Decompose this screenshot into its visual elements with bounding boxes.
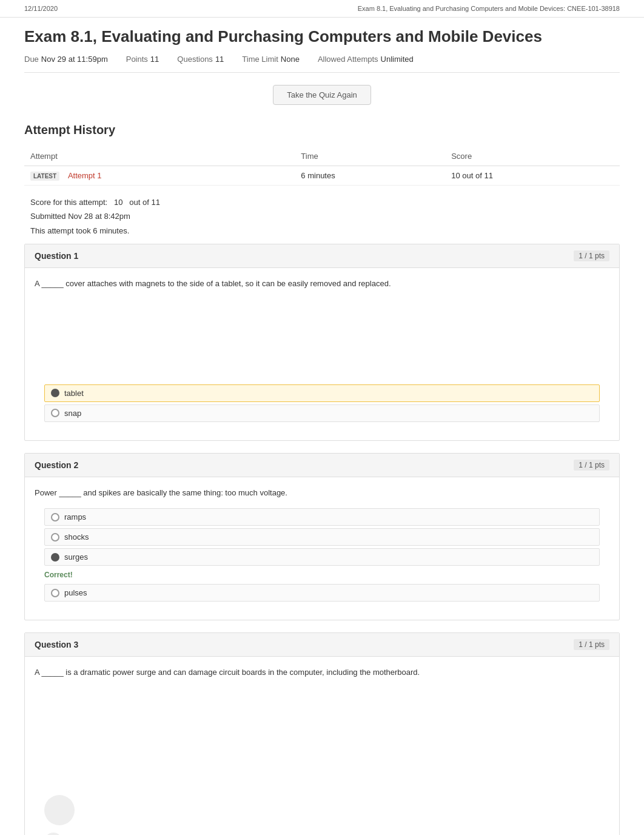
- table-row: LATEST Attempt 1 6 minutes 10 out of 11: [24, 166, 620, 186]
- answer-option-correct: surges: [44, 548, 600, 566]
- question-2-answers: ramps shocks surges Correct!: [35, 508, 609, 614]
- question-3-text: A _____ is a dramatic power surge and ca…: [35, 666, 609, 679]
- correct-feedback: Correct!: [44, 571, 73, 579]
- radio-icon: [51, 513, 59, 521]
- question-block-1: Question 1 1 / 1 pts A _____ cover attac…: [24, 244, 620, 441]
- questions-value: 11: [215, 55, 224, 64]
- question-2-pts: 1 / 1 pts: [574, 460, 609, 471]
- question-1-text: A _____ cover attaches with magnets to t…: [35, 278, 609, 290]
- answer-label: surges: [64, 552, 88, 562]
- question-3-answers: [35, 688, 609, 835]
- meta-row: Due Nov 29 at 11:59pm Points 11 Question…: [24, 55, 620, 73]
- top-bar-date: 12/11/2020: [24, 5, 58, 12]
- col-score: Score: [445, 147, 620, 166]
- answer-option: ramps: [44, 508, 600, 526]
- points-label: Points: [126, 55, 148, 64]
- radio-icon: [51, 589, 59, 597]
- attempt-link[interactable]: Attempt 1: [68, 171, 102, 180]
- top-bar-exam-info: Exam 8.1, Evaluating and Purchasing Comp…: [358, 5, 620, 12]
- question-2-num: Question 2: [35, 460, 78, 470]
- answer-label: shocks: [64, 532, 89, 542]
- score-prefix: Score for this attempt:: [30, 198, 107, 207]
- questions-label: Questions: [177, 55, 213, 64]
- attempt-history-title: Attempt History: [24, 123, 620, 137]
- answer-label: snap: [64, 409, 81, 418]
- time-limit-label: Time Limit: [242, 55, 278, 64]
- due-value: Nov 29 at 11:59pm: [41, 55, 108, 64]
- score-value: 10: [114, 198, 122, 207]
- due-label: Due: [24, 55, 39, 64]
- question-2-text: Power _____ and spikes are basically the…: [35, 487, 609, 499]
- points-value: 11: [150, 55, 159, 64]
- radio-icon: [51, 409, 59, 417]
- answer-option: snap: [44, 404, 600, 422]
- answer-label: pulses: [64, 588, 87, 597]
- answer-label: ramps: [64, 512, 86, 521]
- time-limit-value: None: [281, 55, 300, 64]
- answer-option: pulses: [44, 584, 600, 602]
- take-quiz-button[interactable]: Take the Quiz Again: [273, 85, 371, 105]
- radio-icon: [51, 553, 59, 562]
- attempt-time: 6 minutes: [295, 166, 445, 186]
- question-block-2: Question 2 1 / 1 pts Power _____ and spi…: [24, 453, 620, 621]
- exam-title: Exam 8.1, Evaluating and Purchasing Comp…: [24, 27, 620, 46]
- question-3-num: Question 3: [35, 640, 78, 649]
- question-1-num: Question 1: [35, 251, 78, 261]
- allowed-attempts-label: Allowed Attempts: [318, 55, 378, 64]
- answer-option: tablet: [44, 384, 600, 402]
- submitted-text: Submitted Nov 28 at 8:42pm: [30, 209, 614, 223]
- score-suffix: out of 11: [129, 198, 160, 207]
- duration-text: This attempt took 6 minutes.: [30, 224, 614, 238]
- answer-image-placeholder-sm: [44, 833, 62, 835]
- score-details: Score for this attempt: 10 out of 11 Sub…: [24, 186, 620, 244]
- allowed-attempts-value: Unlimited: [381, 55, 414, 64]
- latest-badge: LATEST: [30, 172, 59, 181]
- question-3-pts: 1 / 1 pts: [574, 639, 609, 650]
- attempt-table: Attempt Time Score LATEST Attempt 1 6 mi…: [24, 147, 620, 186]
- question-block-3: Question 3 1 / 1 pts A _____ is a dramat…: [24, 632, 620, 835]
- question-1-pts: 1 / 1 pts: [574, 250, 609, 261]
- question-1-answers: tablet snap: [35, 300, 609, 434]
- radio-icon: [51, 389, 59, 397]
- answer-image-placeholder: [44, 795, 75, 825]
- col-time: Time: [295, 147, 445, 166]
- answer-option: shocks: [44, 528, 600, 546]
- answer-label: tablet: [64, 389, 84, 398]
- attempt-score: 10 out of 11: [445, 166, 620, 186]
- col-attempt: Attempt: [24, 147, 295, 166]
- radio-icon: [51, 533, 59, 542]
